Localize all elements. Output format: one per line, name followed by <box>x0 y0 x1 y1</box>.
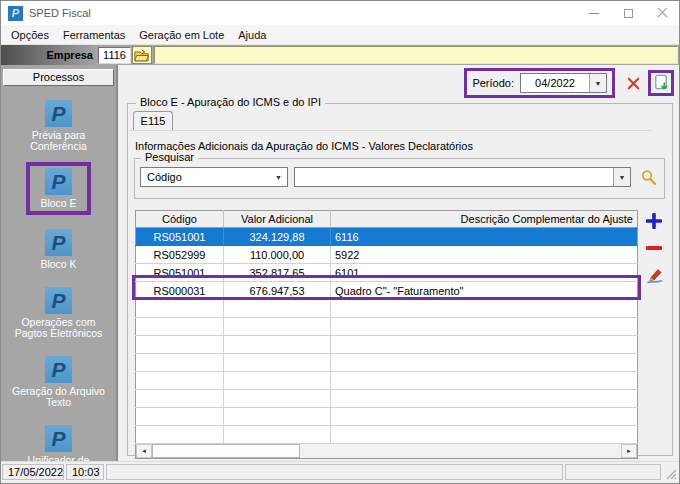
cell-valor: 110.000,00 <box>224 246 331 264</box>
horizontal-scrollbar[interactable]: ◄ ► <box>135 444 638 459</box>
table-row[interactable]: RS051001 352.817,65 6101 <box>136 264 638 282</box>
minimize-icon <box>589 13 599 14</box>
status-time: 10:03 <box>66 464 104 480</box>
periodo-value: 04/2022 <box>521 74 589 92</box>
chevron-down-icon[interactable]: ▼ <box>589 74 606 92</box>
scrollbar-track[interactable] <box>300 444 621 458</box>
edit-record-button[interactable] <box>645 266 663 284</box>
menu-geracao-em-lote[interactable]: Geração em Lote <box>132 27 231 43</box>
table-row[interactable]: RS051001 324.129,88 6116 <box>136 228 638 246</box>
menu-opcoes[interactable]: Opções <box>4 27 56 43</box>
process-p-icon: P <box>45 425 72 452</box>
status-date: 17/05/2022 <box>2 464 64 480</box>
remove-record-button[interactable] <box>645 239 663 257</box>
table-row-empty[interactable] <box>136 408 638 426</box>
app-logo-icon: P <box>8 6 23 21</box>
sidebar-item-label: Bloco K <box>40 259 76 270</box>
menu-ferramentas[interactable]: Ferramentas <box>56 27 132 43</box>
search-field-select[interactable]: Código ▼ <box>140 167 288 187</box>
title-bar: P SPED Fiscal <box>1 1 679 25</box>
periodo-label: Período: <box>472 77 514 89</box>
chevron-down-icon[interactable]: ▼ <box>613 168 630 186</box>
e115-records-grid: Código Valor Adicional Descrição Complem… <box>135 210 638 447</box>
search-button[interactable] <box>637 167 659 187</box>
col-header-codigo[interactable]: Código <box>136 211 224 228</box>
folder-open-icon <box>134 49 150 62</box>
status-bar: 17/05/2022 10:03 <box>1 461 679 483</box>
table-row-empty[interactable] <box>136 426 638 444</box>
sidebar-item-previa-para-conferencia[interactable]: P Prévia para Conferência <box>3 97 115 155</box>
pesquisar-label: Pesquisar <box>141 151 198 163</box>
status-message-panel <box>106 464 563 480</box>
table-row-empty[interactable] <box>136 300 638 318</box>
cell-codigo: RS051001 <box>136 264 224 282</box>
search-field-value: Código <box>141 168 270 186</box>
sidebar-item-label: Bloco E <box>40 198 76 209</box>
sidebar-item-bloco-e[interactable]: P Bloco E <box>26 162 90 215</box>
maximize-button[interactable] <box>611 1 645 25</box>
process-p-icon: P <box>45 100 72 127</box>
menu-bar: Opções Ferramentas Geração em Lote Ajuda <box>1 25 679 45</box>
table-row[interactable]: RS052999 110.000,00 5922 <box>136 246 638 264</box>
bloco-e-groupbox-title: Bloco E - Apuração do ICMS e do IPI <box>136 96 325 108</box>
cell-descricao: Quadro C"- "Faturamento" <box>331 282 638 300</box>
table-row-empty[interactable] <box>136 354 638 372</box>
clear-period-button[interactable] <box>623 73 643 93</box>
scroll-right-icon[interactable]: ► <box>621 444 637 458</box>
processos-header[interactable]: Processos <box>3 69 114 86</box>
table-row-empty[interactable] <box>136 336 638 354</box>
scroll-left-icon[interactable]: ◄ <box>136 444 152 458</box>
cell-codigo: RS000031 <box>136 282 224 300</box>
search-term-value <box>295 168 613 186</box>
pencil-icon <box>646 267 663 284</box>
document-export-icon <box>653 74 670 92</box>
search-term-combobox[interactable]: ▼ <box>294 167 631 187</box>
plus-icon <box>646 213 662 229</box>
table-row-empty[interactable] <box>136 318 638 336</box>
empresa-name-field[interactable] <box>154 46 678 64</box>
process-p-icon: P <box>45 168 72 195</box>
generate-report-button[interactable] <box>653 74 670 92</box>
window-controls <box>577 1 679 25</box>
sidebar-item-operacoes-pagtos-eletronicos[interactable]: P Operações com Pagtos Eletrônicos <box>3 284 115 342</box>
menu-ajuda[interactable]: Ajuda <box>231 27 273 43</box>
resize-grip[interactable] <box>663 464 677 480</box>
pesquisar-groupbox: Pesquisar Código ▼ ▼ <box>134 158 665 199</box>
sidebar-item-geracao-arquivo-texto[interactable]: P Geração do Arquivo Texto <box>3 353 115 411</box>
empresa-code-input[interactable]: 1116 <box>98 47 131 64</box>
periodo-select[interactable]: 04/2022 ▼ <box>520 73 607 93</box>
app-window: P SPED Fiscal Opções Ferramentas Geração… <box>0 0 680 484</box>
bloco-e-groupbox: Bloco E - Apuração do ICMS e do IPI E115… <box>127 103 673 456</box>
table-row-empty[interactable] <box>136 372 638 390</box>
sidebar-item-label: Prévia para Conferência <box>7 130 111 152</box>
cell-descricao: 5922 <box>331 246 638 264</box>
tab-e115[interactable]: E115 <box>133 111 173 130</box>
sidebar-item-label: Geração do Arquivo Texto <box>7 386 111 408</box>
add-record-button[interactable] <box>645 212 663 230</box>
chevron-down-icon[interactable]: ▼ <box>270 168 287 186</box>
sidebar-item-bloco-k[interactable]: P Bloco K <box>36 226 80 273</box>
periodo-row: Período: 04/2022 ▼ <box>464 68 674 98</box>
minimize-button[interactable] <box>577 1 611 25</box>
cell-codigo: RS051001 <box>136 228 224 246</box>
grip-icon <box>665 468 677 480</box>
records-table: Código Valor Adicional Descrição Complem… <box>135 210 638 444</box>
empresa-browse-button[interactable] <box>132 46 152 64</box>
cell-codigo: RS052999 <box>136 246 224 264</box>
scrollbar-thumb[interactable] <box>152 444 300 458</box>
cell-valor: 676.947,53 <box>224 282 331 300</box>
col-header-valor-adicional[interactable]: Valor Adicional <box>224 211 331 228</box>
red-x-icon <box>626 76 641 91</box>
close-icon <box>657 8 667 18</box>
col-header-descricao[interactable]: Descrição Complementar do Ajuste <box>331 211 638 228</box>
maximize-icon <box>624 9 633 18</box>
search-icon <box>640 169 657 186</box>
main-panel: Período: 04/2022 ▼ <box>118 65 679 461</box>
process-p-icon: P <box>45 287 72 314</box>
sidebar-item-label: Operações com Pagtos Eletrônicos <box>7 317 111 339</box>
table-row-annotated[interactable]: RS000031 676.947,53 Quadro C"- "Faturame… <box>136 282 638 300</box>
table-row-empty[interactable] <box>136 390 638 408</box>
close-button[interactable] <box>645 1 679 25</box>
periodo-annotation-box: Período: 04/2022 ▼ <box>464 68 615 98</box>
table-header-row: Código Valor Adicional Descrição Complem… <box>136 211 638 228</box>
